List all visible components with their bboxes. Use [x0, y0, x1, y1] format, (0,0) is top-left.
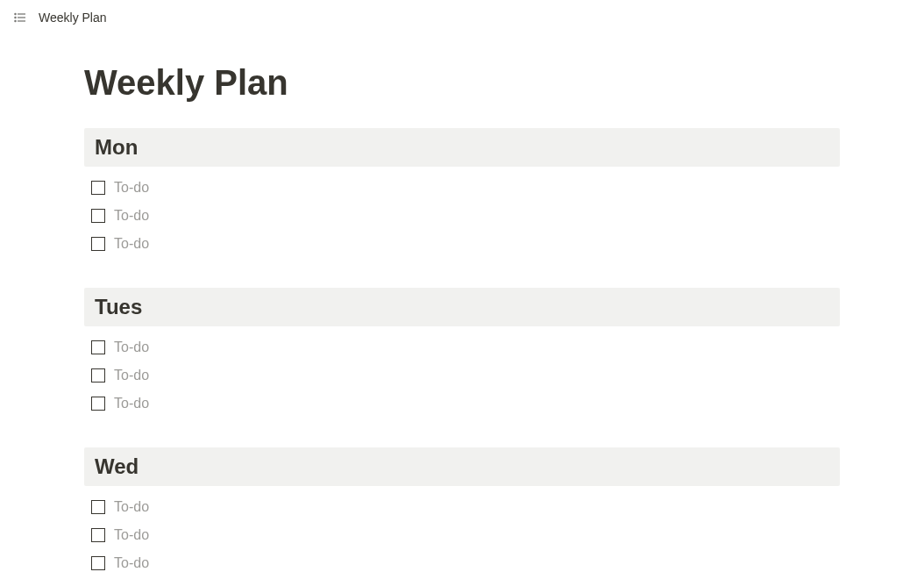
todo-checkbox[interactable] [91, 500, 105, 514]
todo-item: To-do [84, 521, 840, 549]
list-icon [12, 10, 28, 25]
todo-checkbox[interactable] [91, 237, 105, 251]
day-header[interactable]: Tues [84, 288, 840, 326]
todo-text[interactable]: To-do [114, 499, 833, 515]
svg-point-2 [15, 17, 16, 18]
todo-item: To-do [84, 174, 840, 202]
todo-checkbox[interactable] [91, 340, 105, 354]
todo-item: To-do [84, 333, 840, 361]
todo-text[interactable]: To-do [114, 236, 833, 252]
todo-item: To-do [84, 361, 840, 390]
page-title[interactable]: Weekly Plan [84, 61, 840, 104]
day-section-mon: Mon To-do To-do To-do [84, 128, 840, 258]
todo-item: To-do [84, 390, 840, 418]
todo-text[interactable]: To-do [114, 555, 833, 571]
todo-text[interactable]: To-do [114, 368, 833, 383]
todo-text[interactable]: To-do [114, 396, 833, 411]
todo-checkbox[interactable] [91, 397, 105, 411]
topbar: Weekly Plan [0, 0, 924, 35]
todo-text[interactable]: To-do [114, 527, 833, 543]
todo-text[interactable]: To-do [114, 208, 833, 224]
todo-checkbox[interactable] [91, 181, 105, 195]
day-header[interactable]: Wed [84, 447, 840, 486]
todo-item: To-do [84, 549, 840, 572]
todo-item: To-do [84, 202, 840, 230]
todo-checkbox[interactable] [91, 209, 105, 223]
day-header[interactable]: Mon [84, 128, 840, 167]
todo-checkbox[interactable] [91, 368, 105, 383]
todo-checkbox[interactable] [91, 556, 105, 570]
page-content: Weekly Plan Mon To-do To-do To-do Tues T… [0, 35, 924, 572]
svg-point-4 [15, 20, 16, 21]
todo-checkbox[interactable] [91, 528, 105, 542]
todo-text[interactable]: To-do [114, 340, 833, 355]
todo-item: To-do [84, 230, 840, 258]
todo-item: To-do [84, 493, 840, 521]
breadcrumb[interactable]: Weekly Plan [35, 9, 110, 26]
svg-point-0 [15, 13, 16, 14]
day-section-tues: Tues To-do To-do To-do [84, 288, 840, 418]
day-section-wed: Wed To-do To-do To-do [84, 447, 840, 572]
todo-text[interactable]: To-do [114, 180, 833, 196]
